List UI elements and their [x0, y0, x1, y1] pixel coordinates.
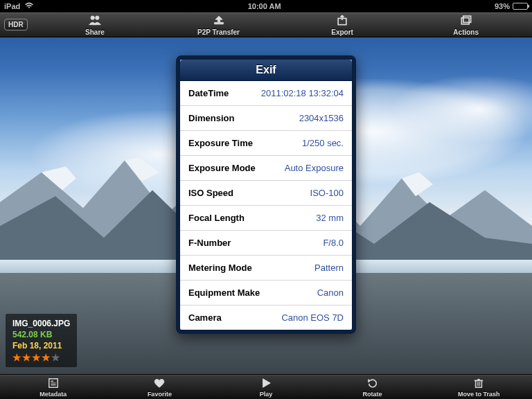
exif-label: Exposure Mode [188, 163, 256, 173]
stack-icon [459, 14, 473, 28]
svg-rect-5 [463, 16, 471, 22]
svg-rect-2 [214, 22, 223, 24]
exif-value: Pattern [314, 263, 344, 273]
exif-row: Focal Length32 mm [180, 206, 352, 231]
clock-label: 10:00 AM [248, 2, 281, 10]
exif-label: DateTime [188, 88, 229, 98]
heart-icon [153, 378, 166, 390]
battery-pct-label: 93% [495, 2, 510, 10]
file-size-label: 542.08 KB [12, 329, 70, 340]
exif-value: Canon [317, 287, 344, 298]
popover-title: Exif [180, 60, 352, 81]
toolbar-item-label: Actions [453, 28, 479, 36]
exif-value: Auto Exposure [285, 163, 344, 173]
svg-point-1 [96, 16, 99, 19]
rotate-button[interactable]: Rotate [319, 377, 426, 398]
toolbar-item-label: Export [331, 28, 353, 36]
bottom-toolbar: Metadata Favorite Play Rotate Move to Tr… [0, 374, 532, 399]
exif-row: Equipment MakeCanon [180, 281, 352, 305]
exif-row: DateTime2011:02:18 13:32:04 [180, 81, 352, 106]
exif-row: Metering ModePattern [180, 256, 352, 281]
exif-value: 2304x1536 [299, 113, 344, 123]
exif-row: ISO SpeedISO-100 [180, 181, 352, 206]
exif-value: F/8.0 [323, 238, 344, 248]
toolbar-item-label: P2P Transfer [197, 28, 240, 36]
share-button[interactable]: Share [33, 13, 157, 36]
exif-value: ISO-100 [310, 188, 344, 198]
file-name-label: IMG_0006.JPG [12, 318, 70, 329]
exif-label: Camera [188, 312, 222, 323]
p2p-transfer-button[interactable]: P2P Transfer [157, 13, 281, 36]
device-label: iPad [4, 2, 20, 10]
bottom-item-label: Metadata [39, 391, 66, 398]
exif-label: Exposure Time [188, 138, 253, 148]
exif-row: Exposure ModeAuto Exposure [180, 156, 352, 181]
battery-icon [513, 3, 528, 10]
exif-row: CameraCanon EOS 7D [180, 305, 352, 330]
exif-label: Equipment Make [188, 287, 260, 298]
exif-row: Dimension2304x1536 [180, 106, 352, 131]
move-to-trash-button[interactable]: Move to Trash [425, 377, 532, 398]
exif-label: ISO Speed [188, 188, 233, 198]
rotate-icon [366, 378, 379, 390]
bottom-item-label: Favorite [148, 391, 172, 398]
bottom-item-label: Play [260, 391, 273, 398]
actions-button[interactable]: Actions [404, 13, 528, 36]
bottom-item-label: Move to Trash [458, 391, 500, 398]
people-icon [88, 14, 102, 28]
exif-popover: Exif DateTime2011:02:18 13:32:04Dimensio… [176, 55, 356, 334]
top-toolbar: HDR Share P2P Transfer Export Actions [0, 12, 532, 37]
export-icon [335, 14, 349, 28]
exif-label: Metering Mode [188, 263, 252, 273]
exif-label: Dimension [188, 113, 234, 123]
exif-row: Exposure Time1/250 sec. [180, 131, 352, 156]
exif-value: 1/250 sec. [302, 138, 344, 148]
hdr-button[interactable]: HDR [4, 19, 28, 30]
metadata-button[interactable]: Metadata [0, 377, 107, 398]
play-icon [260, 378, 272, 390]
transfer-icon [212, 14, 226, 28]
exif-value: 2011:02:18 13:32:04 [261, 88, 344, 98]
metadata-icon [47, 378, 60, 390]
play-button[interactable]: Play [213, 377, 319, 398]
exif-label: F-Number [188, 238, 231, 248]
bottom-item-label: Rotate [363, 391, 382, 398]
toolbar-item-label: Share [85, 28, 105, 36]
exif-value: 32 mm [316, 213, 344, 223]
file-info-overlay: IMG_0006.JPG 542.08 KB Feb 18, 2011 ★★★★… [6, 314, 77, 367]
exif-rows: DateTime2011:02:18 13:32:04Dimension2304… [180, 81, 352, 330]
trash-icon [472, 378, 485, 390]
exif-label: Focal Length [188, 213, 245, 223]
exif-value: Canon EOS 7D [281, 312, 344, 323]
wifi-icon [24, 2, 34, 10]
favorite-button[interactable]: Favorite [107, 377, 213, 398]
export-button[interactable]: Export [281, 13, 405, 36]
status-bar: iPad 10:00 AM 93% [0, 0, 532, 12]
exif-row: F-NumberF/8.0 [180, 231, 352, 256]
svg-point-0 [91, 16, 94, 19]
svg-rect-4 [461, 18, 469, 24]
rating-stars[interactable]: ★★★★★ [12, 351, 70, 364]
file-date-label: Feb 18, 2011 [12, 340, 70, 351]
